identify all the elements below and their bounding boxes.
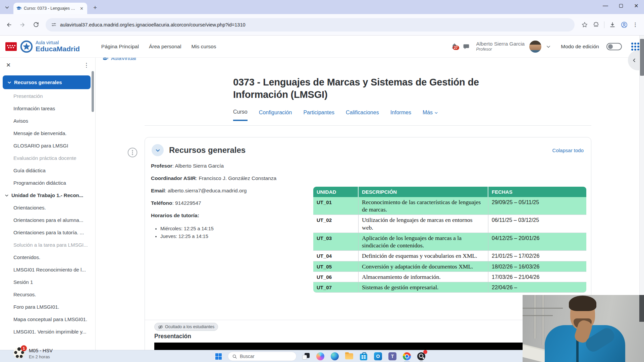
notification-title: M05 - HSV [29,348,53,353]
sidebar-item[interactable]: Avisos [0,115,95,127]
nav-pagina-principal[interactable]: Página Principal [101,44,139,50]
user-info[interactable]: Alberto Sierra Garcia Profesor [476,41,525,52]
page-title: 0373 - Lenguajes de Marcas y Sistemas de… [233,76,501,101]
tab-configuracion[interactable]: Configuración [259,109,292,121]
tab-calificaciones[interactable]: Calificaciones [346,109,379,121]
sidebar-item[interactable]: Orientaciones para el alumna... [0,214,95,226]
tab-mas[interactable]: Más [423,109,438,121]
browser-tab[interactable]: Curso: 0373 - Lenguajes de Ma ✕ [13,3,87,14]
tutoring-slot: Jueves: 12:25 a 14:15 [160,233,306,240]
page-scrollbar-thumb[interactable] [640,39,644,76]
units-table: UNIDAD DESCRIPCIÓN FECHAS UT_01 Reconoci… [313,187,586,293]
table-row: UT_03 Aplicación de los lenguajes de mar… [313,233,586,251]
sidebar-item[interactable]: Orientaciones para la tutoría. ... [0,226,95,239]
sidebar-item[interactable]: GLOSARIO para LMSGI [0,139,95,152]
sidebar-item[interactable]: Presentación [0,90,95,102]
sidebar-item-recursos-generales[interactable]: Recursos generales [3,75,91,89]
sidebar-item[interactable]: Orientaciones. [0,201,95,214]
tab-close-icon[interactable]: ✕ [79,6,85,11]
window-minimize-button[interactable]: — [598,0,613,11]
sidebar-item[interactable]: Recursos. [0,288,95,301]
outlook-icon[interactable]: O [373,351,383,362]
sidebar-item[interactable]: Foro para LMSGI01. [0,301,95,313]
edge-icon[interactable] [330,351,340,362]
tab-informes[interactable]: Informes [390,109,411,121]
wall-pipe [534,295,536,339]
sidebar-item[interactable]: LMSGI01 Reconocimiento de l... [0,263,95,276]
browser-menu-icon[interactable]: ⋮ [633,21,638,28]
forward-button[interactable] [17,19,28,31]
calendar-notification[interactable]: 1 M05 - HSV En 2 horas [13,347,53,359]
sidebar-item[interactable]: Solución a la tarea para LMSGI... [0,239,95,251]
apps-grid-icon[interactable] [631,43,639,51]
sidebar-item[interactable]: LMSGI01. Versión imprimible y... [0,325,95,338]
task-view-icon[interactable] [301,351,311,362]
chevron-down-icon [434,111,438,115]
window-restore-button[interactable] [613,0,629,11]
user-menu-chevron-icon[interactable] [546,44,551,49]
activity-title[interactable]: Presentación [154,333,191,340]
sidebar-item[interactable]: Contenidos. [0,251,95,263]
url-bar[interactable]: aulavirtual37.educa.madrid.org/ies.ignac… [46,18,575,32]
course-tabs: Curso Configuración Participantes Califi… [233,109,501,121]
download-icon[interactable] [609,21,616,28]
sidebar-item[interactable]: Evaluación práctica docente [0,152,95,164]
tab-participantes[interactable]: Participantes [303,109,334,121]
section-drag-handle-icon[interactable] [127,147,138,158]
collapse-all-link[interactable]: Colapsar todo [552,147,584,153]
notifications-bell-icon[interactable]: 27 [451,43,458,50]
search-placeholder: Buscar [240,354,255,359]
sidebar-item[interactable]: Mensaje de bienvenida. [0,127,95,139]
reload-button[interactable] [30,19,42,31]
close-drawer-icon[interactable]: ✕ [6,62,11,69]
browser-toolbar: aulavirtual37.educa.madrid.org/ies.ignac… [0,14,644,36]
obs-icon[interactable] [416,351,426,362]
favicon-graduation-cap-icon [16,6,21,11]
sidebar-item[interactable]: Mapa conceptual para LMSGI01. [0,313,95,325]
avatar[interactable] [529,41,541,53]
obs-recording-badge [423,350,427,354]
sidebar-item[interactable]: Guía didáctica [0,164,95,177]
new-tab-button[interactable]: + [93,4,97,11]
webcam-overlay [523,295,644,362]
eye-slash-icon [158,324,163,329]
window-close-button[interactable]: ✕ [629,0,644,11]
sidebar-scrollbar[interactable] [92,71,94,112]
tab-curso[interactable]: Curso [233,109,248,121]
nav-area-personal[interactable]: Área personal [149,44,181,50]
educamadrid-star-icon [20,40,33,53]
section-summary: Profesor: Alberto Sierra García Coordina… [145,158,306,240]
edit-mode-label: Modo de edición [561,44,599,50]
educamadrid-brand[interactable]: Aula virtual EducaMadrid [20,40,80,53]
microsoft-store-icon[interactable] [359,351,369,362]
tab-search-chevron-icon[interactable] [3,3,11,11]
sidebar-item[interactable]: Programación didáctica [0,177,95,189]
nav-mis-cursos[interactable]: Mis cursos [191,44,216,50]
collapse-section-icon[interactable] [152,144,164,156]
primary-nav: Página Principal Área personal Mis curso… [101,44,216,50]
messages-icon[interactable] [463,43,470,50]
sidebar-item-unidad-trabajo-1[interactable]: Unidad de Trabajo 1.- Recon... [0,189,95,201]
copilot-icon[interactable] [315,351,325,362]
profile-icon[interactable] [621,21,628,28]
course-index-drawer: ✕ ⋮ Recursos generales Presentación Info… [0,58,96,362]
site-settings-icon[interactable] [51,22,57,27]
sidebar-item[interactable]: Información tareas [0,102,95,115]
bookmark-star-icon[interactable] [581,21,588,28]
site-header: Aula virtual EducaMadrid Página Principa… [0,36,644,58]
extensions-puzzle-icon[interactable] [593,21,599,28]
search-icon [232,354,237,359]
taskbar-search[interactable]: Buscar [228,352,297,361]
chrome-icon[interactable] [402,351,412,362]
edit-mode-toggle[interactable] [606,43,622,50]
back-button[interactable] [3,19,15,31]
teams-icon[interactable]: T [387,351,397,362]
start-button[interactable] [213,351,223,362]
soccer-ball-icon: 1 [13,347,25,359]
sidebar-item[interactable]: Sesión 1 [0,276,95,288]
brand-subtitle: Aula virtual [36,40,80,45]
tutoring-title: Horarios de tutoría: [151,213,199,218]
drawer-menu-icon[interactable]: ⋮ [84,62,89,69]
wall-pipe [542,295,544,345]
file-explorer-icon[interactable] [344,351,354,362]
